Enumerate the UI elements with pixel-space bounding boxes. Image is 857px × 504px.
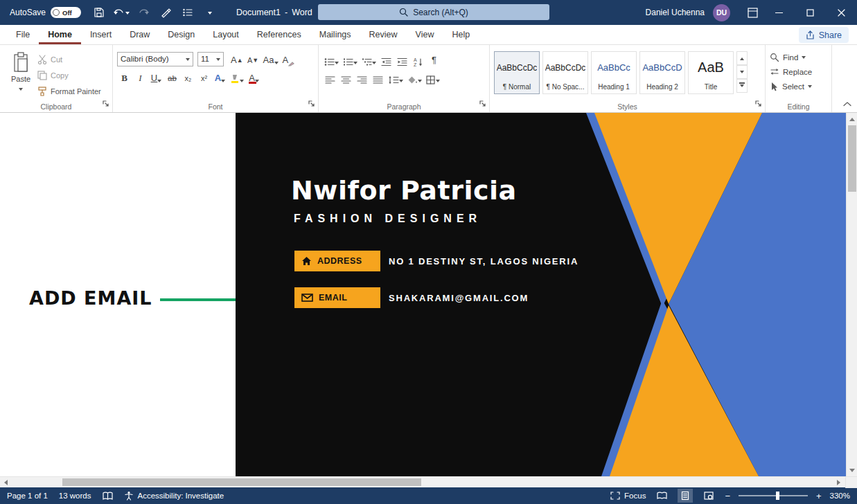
style-heading-2[interactable]: AaBbCcD Heading 2 xyxy=(639,51,685,94)
tab-review[interactable]: Review xyxy=(360,25,407,44)
paragraph-dialog-launcher[interactable] xyxy=(479,98,486,110)
increase-indent-button[interactable] xyxy=(395,51,409,66)
subscript-button[interactable]: x₂ xyxy=(181,69,195,84)
zoom-slider[interactable] xyxy=(739,495,808,496)
zoom-in-button[interactable]: + xyxy=(816,491,822,501)
bullets-button[interactable] xyxy=(323,51,340,66)
replace-button[interactable]: Replace xyxy=(770,64,827,79)
font-dialog-launcher[interactable] xyxy=(308,98,315,110)
grow-font-button[interactable]: A▲ xyxy=(229,51,245,66)
numbering-button[interactable] xyxy=(342,51,359,66)
text-effects-button[interactable]: A xyxy=(213,69,227,84)
horizontal-scroll-thumb[interactable] xyxy=(62,478,421,486)
style-heading-1[interactable]: AaBbCc Heading 1 xyxy=(591,51,637,94)
tab-file[interactable]: File xyxy=(7,25,39,44)
collapse-ribbon-button[interactable] xyxy=(843,97,851,109)
user-name[interactable]: Daniel Uchenna xyxy=(646,8,705,17)
styles-dialog-launcher[interactable] xyxy=(755,98,762,110)
style-no-spacing[interactable]: AaBbCcDc ¶ No Spac... xyxy=(542,51,588,94)
clipboard-dialog-launcher[interactable] xyxy=(103,98,109,110)
save-icon[interactable] xyxy=(89,3,109,22)
multilevel-list-button[interactable] xyxy=(360,51,378,66)
font-name-combobox[interactable]: Calibri (Body) xyxy=(117,52,193,66)
horizontal-scrollbar[interactable] xyxy=(0,476,857,487)
page-info[interactable]: Page 1 of 1 xyxy=(7,492,48,500)
font-color-button[interactable]: A xyxy=(247,69,261,84)
align-right-button[interactable] xyxy=(355,69,369,84)
scroll-right-arrow[interactable] xyxy=(835,476,843,488)
shrink-font-button[interactable]: A▼ xyxy=(246,51,260,66)
minimize-button[interactable] xyxy=(763,0,795,25)
styles-scroll-up-button[interactable] xyxy=(736,51,748,65)
scroll-up-arrow[interactable] xyxy=(847,113,857,125)
superscript-button[interactable]: x² xyxy=(197,69,211,84)
maximize-button[interactable] xyxy=(795,0,826,25)
search-box[interactable]: Search (Alt+Q) xyxy=(318,4,549,20)
copy-button[interactable]: Copy xyxy=(37,69,101,82)
underline-button[interactable]: U xyxy=(149,69,164,84)
tab-layout[interactable]: Layout xyxy=(204,25,248,44)
tab-view[interactable]: View xyxy=(407,25,443,44)
focus-mode-button[interactable]: Focus xyxy=(610,492,646,500)
accessibility-status[interactable]: Accessibility: Investigate xyxy=(124,491,224,501)
scroll-left-arrow[interactable] xyxy=(1,476,10,488)
shading-button[interactable] xyxy=(406,69,423,84)
line-spacing-button[interactable] xyxy=(387,69,405,84)
bold-button[interactable]: B xyxy=(117,69,132,84)
cut-button[interactable]: Cut xyxy=(37,53,101,66)
vertical-scrollbar[interactable] xyxy=(846,113,857,476)
select-icon xyxy=(770,82,779,91)
read-mode-button[interactable] xyxy=(654,489,669,503)
select-button[interactable]: Select xyxy=(770,79,827,93)
borders-button[interactable] xyxy=(425,69,441,84)
align-left-button[interactable] xyxy=(323,69,337,84)
ribbon-display-options-icon[interactable] xyxy=(743,3,762,22)
tab-design[interactable]: Design xyxy=(159,25,204,44)
zoom-slider-thumb[interactable] xyxy=(776,492,779,500)
web-layout-button[interactable] xyxy=(701,489,716,503)
clear-formatting-button[interactable]: A xyxy=(281,51,297,66)
strikethrough-button[interactable]: ab xyxy=(165,69,179,84)
pen-icon[interactable] xyxy=(156,3,175,22)
borders-icon xyxy=(426,75,436,84)
align-center-button[interactable] xyxy=(339,69,353,84)
tab-draw[interactable]: Draw xyxy=(121,25,159,44)
decrease-indent-button[interactable] xyxy=(379,51,394,66)
tab-help[interactable]: Help xyxy=(443,25,479,44)
close-button[interactable] xyxy=(826,0,857,25)
checklist-icon[interactable] xyxy=(178,3,197,22)
font-size-combobox[interactable]: 11 xyxy=(197,52,224,66)
italic-button[interactable]: I xyxy=(133,69,148,84)
paste-button[interactable]: Paste xyxy=(4,50,37,101)
print-layout-button[interactable] xyxy=(678,489,693,503)
autosave-toggle[interactable]: AutoSave Off xyxy=(10,7,81,18)
share-button[interactable]: Share xyxy=(799,27,849,43)
sort-button[interactable]: AZ xyxy=(411,51,425,66)
word-count[interactable]: 13 words xyxy=(59,492,91,500)
styles-more-button[interactable] xyxy=(736,79,748,93)
zoom-out-button[interactable]: − xyxy=(725,491,730,501)
redo-icon[interactable] xyxy=(134,3,153,22)
style-normal[interactable]: AaBbCcDc ¶ Normal xyxy=(494,51,540,94)
styles-scroll-down-button[interactable] xyxy=(736,65,748,79)
justify-button[interactable] xyxy=(371,69,385,84)
zoom-level[interactable]: 330% xyxy=(830,492,850,500)
tab-references[interactable]: References xyxy=(248,25,310,44)
undo-icon[interactable] xyxy=(112,3,131,22)
show-paragraph-marks-button[interactable]: ¶ xyxy=(427,51,441,66)
text-highlight-button[interactable] xyxy=(229,69,245,84)
style-preview: AaBbCcDc xyxy=(545,52,586,83)
change-case-button[interactable]: Aa xyxy=(262,51,280,66)
find-button[interactable]: Find xyxy=(770,50,827,64)
avatar[interactable]: DU xyxy=(713,4,730,21)
vertical-scroll-thumb[interactable] xyxy=(848,125,856,192)
format-painter-button[interactable]: Format Painter xyxy=(37,84,101,98)
scroll-down-arrow[interactable] xyxy=(847,465,857,476)
proofing-status-icon[interactable] xyxy=(103,492,113,501)
tab-insert[interactable]: Insert xyxy=(81,25,121,44)
tab-home[interactable]: Home xyxy=(39,25,81,44)
document-page[interactable]: ADD EMAIL Nwifor Patricia FASHION DESIGN… xyxy=(0,113,846,476)
quick-access-chevron-icon[interactable] xyxy=(200,3,220,22)
style-title[interactable]: AaB Title xyxy=(688,51,734,94)
tab-mailings[interactable]: Mailings xyxy=(310,25,360,44)
